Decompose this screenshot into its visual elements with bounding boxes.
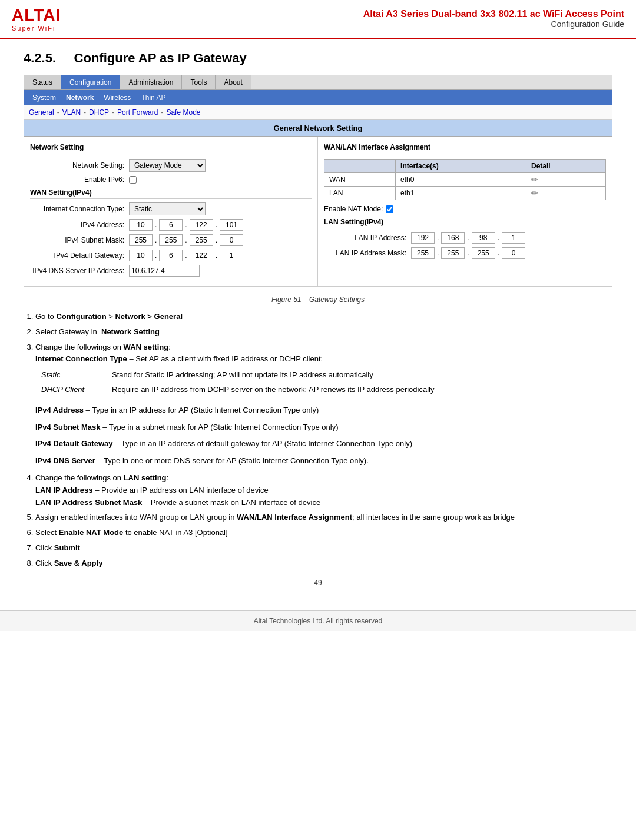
ipv4-address-label: IPv4 Address:	[30, 221, 124, 229]
tab-status[interactable]: Status	[24, 75, 61, 89]
subnav-thinap[interactable]: Thin AP	[137, 92, 169, 103]
network-setting-row: Network Setting: Gateway Mode	[30, 159, 312, 172]
lan-section-header: LAN Setting(IPv4)	[324, 218, 606, 228]
def-row-dhcp: DHCP Client Require an IP address from D…	[41, 384, 618, 399]
right-col-header: WAN/LAN Interface Assignment	[324, 143, 606, 154]
main-content: 4.2.5. Configure AP as IP Gateway Status…	[0, 39, 636, 599]
two-col-layout: Network Setting Network Setting: Gateway…	[24, 137, 612, 286]
enable-ipv6-control	[129, 176, 137, 184]
ipv4-dns-label: IPv4 DNS Server IP Address:	[30, 267, 124, 275]
definition-table: Static Stand for Static IP addressing; A…	[41, 369, 618, 399]
ipv4-dns-row: IPv4 DNS Server IP Address:	[30, 265, 312, 277]
wan-detail-cell: ✏	[526, 173, 605, 187]
instruction-step6: Select Enable NAT Mode to enable NAT in …	[35, 527, 612, 539]
tab-configuration[interactable]: Configuration	[61, 75, 120, 89]
breadcrumb: General - VLAN - DHCP - Port Forward - S…	[24, 105, 612, 120]
wan-type-label: WAN	[324, 173, 396, 187]
lan-edit-icon[interactable]: ✏	[531, 188, 538, 198]
ipv4-subnet-oct2[interactable]	[159, 234, 183, 246]
instruction-step3: Change the followings on WAN setting: In…	[35, 341, 612, 467]
lan-mask-oct4[interactable]	[502, 247, 525, 259]
lan-mask-label: LAN IP Address Mask:	[324, 249, 406, 257]
ipv4-dns-input[interactable]	[129, 265, 200, 277]
lan-ip-row: LAN IP Address: . . .	[324, 232, 606, 244]
panel-title: General Network Setting	[24, 120, 612, 137]
ipv4-address-desc: IPv4 Address – Type in an IP address for…	[35, 404, 612, 417]
breadcrumb-safemode[interactable]: Safe Mode	[166, 108, 200, 117]
breadcrumb-general[interactable]: General	[29, 108, 54, 117]
network-setting-control: Gateway Mode	[129, 159, 206, 172]
page-number: 49	[24, 579, 612, 587]
enable-nat-label: Enable NAT Mode:	[324, 205, 383, 213]
breadcrumb-dhcp[interactable]: DHCP	[89, 108, 109, 117]
ipv4-gateway-control: . . .	[129, 250, 243, 261]
wan-edit-icon[interactable]: ✏	[531, 175, 538, 184]
config-panel: Status Configuration Administration Tool…	[24, 75, 612, 287]
tab-about[interactable]: About	[216, 75, 251, 89]
sub-nav-bar: System Network Wireless Thin AP	[24, 90, 612, 105]
ipv4-subnet-oct1[interactable]	[129, 234, 153, 246]
tab-administration[interactable]: Administration	[120, 75, 182, 89]
ipv4-addr-oct2[interactable]	[159, 219, 183, 231]
instruction-step2: Select Gateway in Network Setting	[35, 326, 612, 338]
table-row: LAN eth1 ✏	[324, 187, 606, 200]
tab-tools[interactable]: Tools	[182, 75, 216, 89]
iface-col-interfaces: Interface(s)	[396, 160, 526, 173]
instructions: Go to Configuration > Network > General …	[24, 311, 612, 570]
ipv4-address-row: IPv4 Address: . . .	[30, 219, 312, 231]
wan-section-header: WAN Setting(IPv4)	[30, 188, 312, 199]
ipv4-subnet-oct3[interactable]	[190, 234, 213, 246]
subnav-system[interactable]: System	[29, 92, 59, 103]
ipv4-gw-oct1[interactable]	[129, 250, 153, 261]
ipv4-gw-oct4[interactable]	[220, 250, 243, 261]
instruction-step5: Assign enabled interfaces into WAN group…	[35, 512, 612, 524]
lan-mask-oct2[interactable]	[441, 247, 465, 259]
lan-ip-label: LAN IP Address:	[324, 234, 406, 242]
lan-type-label: LAN	[324, 187, 396, 200]
ipv4-gateway-label: IPv4 Default Gateway:	[30, 251, 124, 260]
ipv4-gw-oct2[interactable]	[159, 250, 183, 261]
page-header: ALTAI Super WiFi Altai A3 Series Dual-ba…	[0, 0, 636, 39]
internet-conn-select[interactable]: Static DHCP Client	[129, 202, 206, 215]
breadcrumb-vlan[interactable]: VLAN	[62, 108, 81, 117]
lan-ip-oct1[interactable]	[411, 232, 435, 244]
right-panel: WAN/LAN Interface Assignment Interface(s…	[318, 137, 612, 286]
lan-mask-oct1[interactable]	[411, 247, 435, 259]
ipv4-addr-oct4[interactable]	[220, 219, 243, 231]
enable-ipv6-checkbox[interactable]	[129, 176, 137, 184]
enable-nat-row: Enable NAT Mode:	[324, 205, 606, 213]
figure-caption: Figure 51 – Gateway Settings	[24, 296, 612, 304]
internet-conn-row: Internet Connection Type: Static DHCP Cl…	[30, 202, 312, 215]
lan-mask-row: LAN IP Address Mask: . . .	[324, 247, 606, 259]
page-footer: Altai Technologies Ltd. All rights reser…	[0, 610, 636, 631]
lan-ip-oct3[interactable]	[472, 232, 495, 244]
interface-table: Interface(s) Detail WAN eth0 ✏ LAN eth1	[324, 159, 606, 200]
subnav-network[interactable]: Network	[62, 92, 97, 103]
ipv4-addr-oct3[interactable]	[190, 219, 213, 231]
enable-nat-checkbox[interactable]	[386, 205, 393, 213]
internet-conn-control: Static DHCP Client	[129, 202, 206, 215]
ipv4-addr-oct1[interactable]	[129, 219, 153, 231]
lan-ip-oct4[interactable]	[502, 232, 525, 244]
ipv4-subnet-row: IPv4 Subnet Mask: . . .	[30, 234, 312, 246]
logo-main: ALTAI	[12, 6, 61, 25]
breadcrumb-portforward[interactable]: Port Forward	[117, 108, 158, 117]
instruction-step1: Go to Configuration > Network > General	[35, 311, 612, 323]
left-col-header: Network Setting	[30, 143, 312, 154]
lan-interface: eth1	[396, 187, 526, 200]
enable-ipv6-label: Enable IPv6:	[30, 175, 124, 184]
ipv4-dns-control	[129, 265, 200, 277]
ipv4-subnet-oct4[interactable]	[220, 234, 243, 246]
network-setting-select[interactable]: Gateway Mode	[129, 159, 206, 172]
lan-mask-oct3[interactable]	[472, 247, 495, 259]
lan-ip-oct2[interactable]	[441, 232, 465, 244]
section-heading: 4.2.5. Configure AP as IP Gateway	[24, 51, 612, 66]
subnav-wireless[interactable]: Wireless	[100, 92, 134, 103]
lan-ip-control: . . .	[411, 232, 525, 244]
iface-col-detail: Detail	[526, 160, 605, 173]
ipv4-subnet-label: IPv4 Subnet Mask:	[30, 236, 124, 244]
footer-copyright: Altai Technologies Ltd. All rights reser…	[254, 617, 383, 625]
ipv4-dns-desc: IPv4 DNS Server – Type in one or more DN…	[35, 455, 612, 467]
ipv4-gw-oct3[interactable]	[190, 250, 213, 261]
internet-conn-label: Internet Connection Type:	[30, 205, 124, 213]
